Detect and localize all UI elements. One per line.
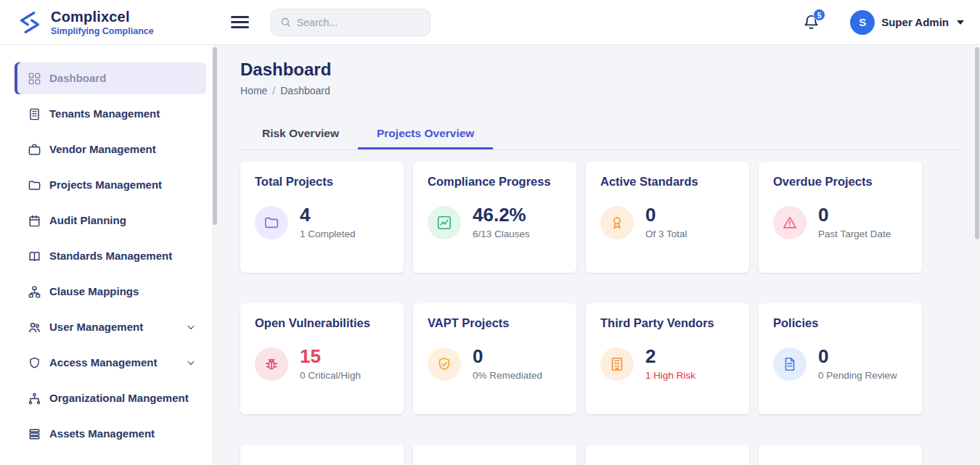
hamburger-icon (231, 16, 249, 18)
sidebar-item-tenants-management[interactable]: Tenants Management (15, 98, 206, 130)
user-menu[interactable]: S Super Admin (850, 10, 964, 35)
brand-tagline: Simplifying Compliance (51, 26, 154, 36)
tenants-icon (28, 107, 41, 121)
stat-card: Policies 0 0 Pending Review (759, 303, 922, 414)
sidebar-item-access-management[interactable]: Access Management (15, 347, 206, 379)
stat-card-value: 2 (645, 347, 695, 366)
search-box[interactable] (271, 9, 430, 36)
stat-card-subtext: 0% Remediated (473, 370, 542, 381)
breadcrumb-current: Dashboard (280, 85, 330, 96)
stat-card-value: 0 (818, 347, 897, 366)
breadcrumb: Home / Dashboard (240, 85, 980, 96)
stat-card-partial (240, 445, 404, 465)
sidebar-item-dashboard[interactable]: Dashboard (15, 62, 206, 94)
chevron-down-icon (186, 322, 196, 332)
stat-card-title: Overdue Projects (773, 175, 907, 189)
sidebar-nav: Dashboard Tenants Management Vendor Mana… (0, 62, 218, 450)
search-input[interactable] (297, 17, 421, 28)
stat-cards-grid: Total Projects 4 1 Completed Compliance … (240, 162, 980, 414)
shield-check-icon (428, 347, 461, 381)
sidebar-item-label: User Management (49, 320, 143, 334)
sidebar-item-projects-management[interactable]: Projects Management (15, 169, 206, 201)
sidebar-item-label: Tenants Management (49, 107, 160, 121)
stat-card-title: Active Standards (600, 175, 735, 189)
main-scrollbar-thumb[interactable] (975, 47, 979, 239)
brand-name: Complixcel (51, 9, 154, 25)
stat-card-subtext: 6/13 Clauses (473, 229, 530, 239)
stat-card-subtext: Past Target Date (818, 229, 891, 239)
stat-card-partial (413, 445, 576, 465)
app-shell: Dashboard Tenants Management Vendor Mana… (0, 45, 980, 465)
access-icon (28, 356, 41, 370)
stat-card-subtext: 0 Pending Review (818, 370, 897, 381)
stat-card-subtext: Of 3 Total (645, 229, 687, 239)
stat-card-title: Third Party Vendors (600, 316, 735, 330)
sidebar-item-audit-planning[interactable]: Audit Planning (15, 205, 206, 236)
clause-icon (28, 285, 41, 299)
search-icon (280, 17, 291, 28)
award-icon (600, 206, 634, 239)
stat-card: Total Projects 4 1 Completed (240, 162, 404, 273)
dashboard-tabs: Risk Overview Projects Overview (240, 118, 960, 150)
assets-icon (28, 427, 41, 441)
sidebar-item-vendor-management[interactable]: Vendor Management (15, 133, 206, 165)
stat-card-title: Open Vulnerabilities (255, 316, 389, 330)
brand-logo-icon (16, 9, 44, 36)
stat-card: Active Standards 0 Of 3 Total (586, 162, 749, 273)
brand[interactable]: Complixcel Simplifying Compliance (0, 9, 218, 36)
breadcrumb-separator: / (272, 85, 275, 96)
main-content: Dashboard Home / Dashboard Risk Overview… (218, 45, 980, 465)
sidebar-item-organizational-mangement[interactable]: Organizational Mangement (15, 382, 206, 414)
folder-icon (255, 206, 288, 239)
projects-icon (28, 178, 41, 192)
user-name: Super Admin (881, 16, 949, 28)
sidebar-item-clause-mappings[interactable]: Clause Mappings (15, 276, 206, 308)
vendor-icon (28, 143, 41, 157)
sidebar-item-label: Vendor Management (49, 142, 156, 157)
stat-card-subtext: 1 Completed (300, 229, 356, 239)
sidebar-item-label: Projects Management (49, 178, 162, 192)
notification-count-badge: 5 (813, 9, 825, 21)
sidebar-item-label: Organizational Mangement (49, 391, 189, 406)
breadcrumb-home-link[interactable]: Home (240, 85, 267, 96)
menu-toggle-button[interactable] (226, 9, 253, 36)
stat-card-title: Policies (773, 316, 907, 330)
stat-card: Open Vulnerabilities 15 0 Critical/High (240, 303, 404, 414)
stat-card-subtext: 1 High Risk (645, 370, 695, 381)
sidebar-item-label: Access Management (49, 355, 157, 370)
header-actions: 5 S Super Admin (803, 10, 980, 35)
notifications-button[interactable]: 5 (803, 14, 820, 30)
sidebar-item-label: Clause Mappings (49, 284, 139, 299)
stat-card-value: 0 (645, 205, 687, 225)
stat-card-partial (586, 445, 749, 465)
sidebar-item-user-management[interactable]: User Management (15, 311, 206, 343)
stat-card-value: 0 (818, 205, 891, 225)
file-text-icon (773, 347, 807, 381)
stat-card: Compliance Progress 46.2% 6/13 Clauses (413, 162, 576, 273)
top-header: Complixcel Simplifying Compliance 5 S Su… (0, 0, 980, 45)
stat-card: Overdue Projects 0 Past Target Date (759, 162, 922, 273)
sidebar-scrollbar[interactable] (212, 45, 218, 465)
tab-projects-overview[interactable]: Projects Overview (358, 118, 493, 149)
main-scrollbar[interactable] (974, 45, 980, 465)
sidebar-item-assets-management[interactable]: Assets Management (15, 418, 206, 450)
stat-cards-grid-partial (240, 445, 980, 465)
stat-card-partial (759, 445, 922, 465)
sidebar-scrollbar-thumb[interactable] (213, 47, 217, 225)
stat-card-title: VAPT Projects (428, 316, 562, 330)
sidebar-item-standards-management[interactable]: Standards Management (15, 240, 206, 272)
sidebar-item-label: Standards Management (49, 249, 172, 263)
chart-icon (428, 206, 461, 239)
stat-card: Third Party Vendors 2 1 High Risk (586, 303, 749, 414)
chevron-down-icon (186, 358, 196, 368)
avatar: S (850, 10, 875, 35)
tab-risk-overview[interactable]: Risk Overview (243, 118, 358, 149)
page-title: Dashboard (240, 59, 980, 80)
org-icon (28, 392, 41, 406)
building-icon (600, 347, 634, 381)
standards-icon (28, 250, 41, 263)
stat-card-value: 4 (300, 205, 356, 225)
alert-triangle-icon (773, 206, 807, 239)
sidebar-item-label: Dashboard (49, 71, 106, 86)
users-icon (28, 321, 41, 334)
